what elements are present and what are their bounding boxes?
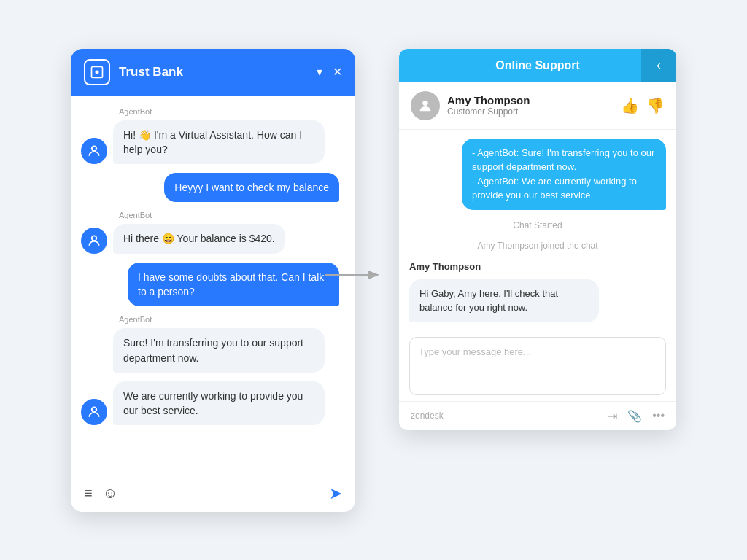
msg-group-2: AgentBot Hi there 😄 Your balance is $420… (81, 211, 345, 253)
incoming-bubble: Hi Gaby, Amy here. I'll check that balan… (409, 279, 599, 322)
msg-group-3: AgentBot Sure! I'm transferring you to o… (81, 315, 345, 373)
msg-group-4: We are currently working to provide you … (81, 381, 345, 426)
bot-avatar-3 (81, 399, 107, 425)
chat-widget: Trust Bank ▾ ✕ AgentBot (71, 49, 355, 512)
support-panel: Online Support ‹ Amy Thompson Customer S… (399, 49, 676, 430)
support-footer: zendesk ⇥ 📎 ••• (399, 401, 676, 430)
msg-group-1: AgentBot Hi! 👋 I'm a Virtual Assistant. … (81, 107, 345, 165)
user-bubble-2: I have some doubts about that. Can I tal… (128, 262, 339, 307)
input-placeholder: Type your message here... (419, 346, 531, 357)
support-title: Online Support (495, 59, 580, 72)
msg-row-3: Sure! I'm transferring you to our suppor… (81, 328, 345, 373)
thumbdown-button[interactable]: 👎 (646, 97, 665, 114)
svg-marker-11 (368, 271, 379, 279)
svg-point-10 (96, 409, 97, 411)
widget-messages: AgentBot Hi! 👋 I'm a Virtual Assistant. … (71, 96, 355, 475)
bot-icon-3 (87, 405, 101, 419)
svg-point-7 (96, 238, 97, 239)
bot-icon-2 (87, 233, 101, 248)
bot-bubble-4: We are currently working to provide you … (113, 381, 325, 426)
svg-point-6 (92, 238, 93, 239)
footer-left: ≡ ☺ (84, 485, 117, 502)
thumbup-button[interactable]: 👍 (621, 97, 639, 114)
widget-logo (84, 59, 110, 85)
chat-joined: Amy Thompson joined the chat (409, 241, 666, 251)
svg-point-1 (96, 70, 99, 74)
send-button[interactable]: ➤ (329, 484, 342, 503)
back-icon: ‹ (657, 58, 661, 73)
agent-bar: Amy Thompson Customer Support 👍 👎 (399, 82, 676, 130)
bot-bubble: Hi! 👋 I'm a Virtual Assistant. How can I… (113, 120, 325, 165)
user-msg-row-1: Heyyy I want to check my balance (81, 173, 345, 202)
agent-actions: 👍 👎 (621, 97, 665, 114)
svg-point-4 (96, 148, 97, 149)
agent-info: Amy Thompson Customer Support (447, 94, 614, 117)
agent-name: Amy Thompson (447, 94, 614, 106)
sender-label: AgentBot (119, 107, 345, 116)
widget-footer: ≡ ☺ ➤ (71, 475, 355, 512)
brand-label: zendesk (411, 411, 608, 421)
bot-avatar-2 (81, 228, 107, 254)
support-header: Online Support ‹ (399, 49, 676, 82)
logo-icon (90, 65, 104, 79)
widget-title: Trust Bank (119, 65, 308, 79)
msg-row-2: Hi there 😄 Your balance is $420. (81, 224, 345, 253)
svg-point-12 (422, 100, 427, 105)
bot-avatar (81, 138, 107, 164)
user-msg-row-2: I have some doubts about that. Can I tal… (81, 262, 345, 307)
agent-role: Customer Support (447, 106, 614, 117)
msg-row: Hi! 👋 I'm a Virtual Assistant. How can I… (81, 120, 345, 165)
message-input[interactable]: Type your message here... (409, 337, 666, 395)
widget-header: Trust Bank ▾ ✕ (71, 49, 355, 96)
svg-point-9 (92, 409, 93, 411)
support-messages: - AgentBot: Sure! I'm transferring you t… (399, 130, 676, 331)
sender-label-3: AgentBot (119, 315, 345, 324)
sender-label-2: AgentBot (119, 211, 345, 219)
chat-status: Chat Started (409, 220, 666, 230)
outgoing-bubble: - AgentBot: Sure! I'm transferring you t… (462, 139, 666, 210)
bot-bubble-3: Sure! I'm transferring you to our suppor… (113, 328, 325, 373)
transfer-icon[interactable]: ⇥ (608, 409, 617, 423)
user-bubble-1: Heyyy I want to check my balance (164, 173, 339, 202)
bot-bubble-2: Hi there 😄 Your balance is $420. (113, 224, 285, 253)
agent-avatar (411, 91, 440, 120)
menu-icon[interactable]: ≡ (84, 485, 93, 502)
widget-header-icons: ▾ ✕ (317, 65, 342, 79)
attach-icon[interactable]: 📎 (627, 409, 642, 423)
back-button[interactable]: ‹ (641, 49, 676, 82)
agent-avatar-icon (417, 98, 433, 114)
footer-icons: ⇥ 📎 ••• (608, 409, 665, 423)
close-button[interactable]: ✕ (333, 65, 342, 79)
collapse-button[interactable]: ▾ (317, 65, 322, 79)
bot-icon (87, 144, 101, 158)
emoji-icon[interactable]: ☺ (103, 485, 117, 502)
msg-row-4: We are currently working to provide you … (81, 381, 345, 426)
svg-point-3 (92, 148, 93, 149)
agent-message-label: Amy Thompson (409, 261, 666, 272)
arrow-connector (325, 260, 383, 289)
more-icon[interactable]: ••• (652, 409, 665, 423)
